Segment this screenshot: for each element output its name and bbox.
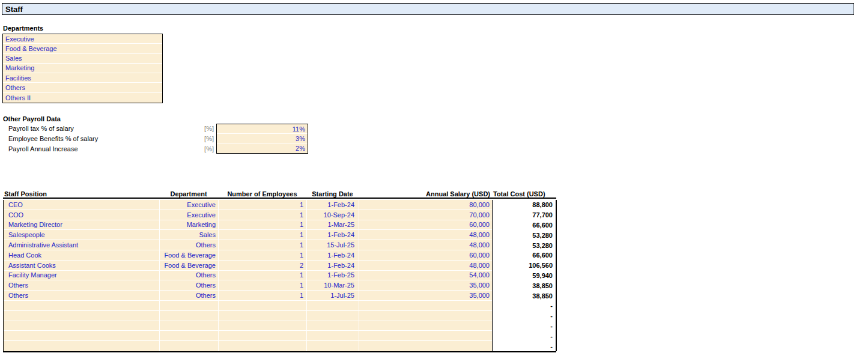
cell-number-of-employees[interactable]: [219, 321, 307, 331]
cell-starting-date[interactable]: 1-Feb-25: [307, 271, 359, 281]
cell-staff-position[interactable]: [4, 321, 160, 331]
cell-annual-salary[interactable]: 60,000: [359, 250, 492, 261]
cell-starting-date[interactable]: 1-Feb-24: [307, 250, 359, 261]
cell-starting-date[interactable]: 15-Jul-25: [307, 240, 359, 250]
cell-number-of-employees[interactable]: 1: [219, 280, 307, 291]
cell-starting-date[interactable]: 1-Feb-24: [307, 261, 359, 271]
cell-staff-position[interactable]: Salespeople: [4, 230, 160, 240]
payroll-label-row: Payroll Annual Increase [%]: [0, 143, 216, 154]
cell-total-cost: -: [492, 321, 557, 331]
cell-starting-date[interactable]: [307, 311, 359, 321]
cell-starting-date[interactable]: [307, 331, 359, 341]
cell-department[interactable]: Executive: [160, 210, 219, 220]
cell-staff-position[interactable]: Others: [4, 280, 160, 291]
cell-starting-date[interactable]: 1-Jul-25: [307, 291, 359, 301]
cell-annual-salary[interactable]: 80,000: [359, 200, 492, 210]
cell-number-of-employees[interactable]: [219, 311, 307, 321]
cell-staff-position[interactable]: Administrative Assistant: [4, 240, 160, 250]
header-staff-position: Staff Position: [3, 190, 159, 198]
cell-number-of-employees[interactable]: 1: [219, 220, 307, 231]
cell-department[interactable]: Others: [160, 280, 219, 291]
department-item[interactable]: Executive: [3, 34, 162, 44]
cell-number-of-employees[interactable]: [219, 341, 307, 351]
cell-total-cost: 66,600: [492, 250, 557, 261]
cell-starting-date[interactable]: [307, 321, 359, 331]
department-item[interactable]: Facilities: [3, 73, 162, 83]
cell-number-of-employees[interactable]: 1: [219, 210, 307, 220]
cell-annual-salary[interactable]: [359, 311, 492, 321]
cell-annual-salary[interactable]: 48,000: [359, 240, 492, 250]
department-item[interactable]: Marketing: [3, 64, 162, 73]
table-row: -: [4, 311, 556, 321]
cell-department[interactable]: Marketing: [160, 220, 219, 231]
cell-starting-date[interactable]: 1-Feb-24: [307, 230, 359, 240]
cell-department[interactable]: [160, 341, 219, 351]
cell-total-cost: 53,280: [492, 230, 557, 240]
cell-department[interactable]: [160, 321, 219, 331]
payroll-row-label: Employee Benefits % of salary: [8, 135, 184, 142]
table-row: Marketing Director Marketing 1 1-Mar-25 …: [4, 220, 556, 231]
cell-annual-salary[interactable]: 35,000: [359, 280, 492, 291]
cell-number-of-employees[interactable]: 1: [219, 291, 307, 301]
payroll-value-cell[interactable]: 3%: [217, 134, 308, 143]
cell-staff-position[interactable]: CEO: [4, 200, 160, 210]
cell-staff-position[interactable]: [4, 311, 160, 321]
cell-department[interactable]: Others: [160, 291, 219, 301]
cell-staff-position[interactable]: Assistant Cooks: [4, 261, 160, 271]
payroll-value-cell[interactable]: 2%: [217, 143, 308, 153]
cell-number-of-employees[interactable]: 1: [219, 240, 307, 250]
cell-department[interactable]: Food & Beverage: [160, 261, 219, 271]
cell-annual-salary[interactable]: 48,000: [359, 230, 492, 240]
cell-department[interactable]: Sales: [160, 230, 219, 240]
cell-staff-position[interactable]: [4, 341, 160, 351]
cell-staff-position[interactable]: Marketing Director: [4, 220, 160, 231]
departments-list: Executive Food & Beverage Sales Marketin…: [2, 34, 163, 103]
department-item[interactable]: Sales: [3, 54, 162, 64]
department-item[interactable]: Others: [3, 83, 162, 92]
cell-starting-date[interactable]: [307, 341, 359, 351]
cell-staff-position[interactable]: Facility Manager: [4, 271, 160, 281]
cell-annual-salary[interactable]: [359, 341, 492, 351]
cell-staff-position[interactable]: COO: [4, 210, 160, 220]
cell-annual-salary[interactable]: 60,000: [359, 220, 492, 231]
cell-number-of-employees[interactable]: 2: [219, 261, 307, 271]
cell-annual-salary[interactable]: 54,000: [359, 271, 492, 281]
cell-staff-position[interactable]: [4, 301, 160, 311]
cell-number-of-employees[interactable]: [219, 331, 307, 341]
cell-staff-position[interactable]: [4, 331, 160, 341]
cell-department[interactable]: Others: [160, 240, 219, 250]
table-row: -: [4, 321, 556, 331]
cell-total-cost: -: [492, 331, 557, 341]
cell-number-of-employees[interactable]: 1: [219, 230, 307, 240]
cell-starting-date[interactable]: 10-Sep-24: [307, 210, 359, 220]
cell-department[interactable]: [160, 331, 219, 341]
cell-department[interactable]: Executive: [160, 200, 219, 210]
cell-total-cost: -: [492, 301, 557, 311]
cell-number-of-employees[interactable]: 1: [219, 250, 307, 261]
cell-annual-salary[interactable]: [359, 301, 492, 311]
cell-staff-position[interactable]: Head Cook: [4, 250, 160, 261]
cell-annual-salary[interactable]: 35,000: [359, 291, 492, 301]
cell-department[interactable]: [160, 301, 219, 311]
department-item[interactable]: Food & Beverage: [3, 44, 162, 53]
header-starting-date: Starting Date: [306, 190, 359, 198]
cell-starting-date[interactable]: 10-Mar-25: [307, 280, 359, 291]
cell-starting-date[interactable]: [307, 301, 359, 311]
cell-department[interactable]: [160, 311, 219, 321]
cell-number-of-employees[interactable]: 1: [219, 271, 307, 281]
department-item[interactable]: Others II: [3, 93, 162, 103]
cell-department[interactable]: Others: [160, 271, 219, 281]
cell-annual-salary[interactable]: [359, 321, 492, 331]
cell-staff-position[interactable]: Others: [4, 291, 160, 301]
cell-department[interactable]: Food & Beverage: [160, 250, 219, 261]
cell-starting-date[interactable]: 1-Feb-24: [307, 200, 359, 210]
cell-annual-salary[interactable]: 48,000: [359, 261, 492, 271]
cell-starting-date[interactable]: 1-Mar-25: [307, 220, 359, 231]
payroll-value-cell[interactable]: 11%: [217, 124, 308, 134]
cell-number-of-employees[interactable]: 1: [219, 200, 307, 210]
cell-annual-salary[interactable]: 70,000: [359, 210, 492, 220]
cell-total-cost: 53,280: [492, 240, 557, 250]
cell-number-of-employees[interactable]: [219, 301, 307, 311]
departments-heading: Departments: [3, 25, 43, 32]
cell-annual-salary[interactable]: [359, 331, 492, 341]
